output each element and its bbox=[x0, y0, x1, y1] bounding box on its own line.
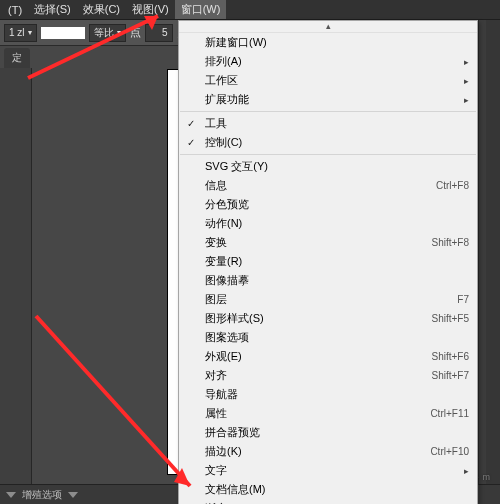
menu-item[interactable]: 渐变Ctrl+F9 bbox=[179, 499, 477, 504]
document-tab[interactable]: 定 bbox=[4, 48, 30, 68]
menu-item-label: 图案选项 bbox=[205, 330, 249, 345]
zoom-combo[interactable]: 1 zl ▾ bbox=[4, 24, 37, 42]
menu-item-shortcut: Shift+F7 bbox=[431, 370, 469, 381]
menu-item-label: 工具 bbox=[205, 116, 227, 131]
menu-item-shortcut: Shift+F5 bbox=[431, 313, 469, 324]
chevron-down-icon: ▾ bbox=[117, 28, 121, 37]
menu-view[interactable]: 视图(V) bbox=[126, 0, 175, 19]
menu-effect[interactable]: 效果(C) bbox=[77, 0, 126, 19]
scroll-up-icon[interactable]: ▴ bbox=[179, 21, 477, 33]
stroke-label-combo[interactable]: 等比 ▾ bbox=[89, 24, 126, 42]
menu-item[interactable]: 导航器 bbox=[179, 385, 477, 404]
menu-select[interactable]: 选择(S) bbox=[28, 0, 77, 19]
menu-t[interactable]: (T) bbox=[2, 2, 28, 18]
scrollbar-vertical[interactable] bbox=[486, 20, 500, 484]
dropdown-icon[interactable] bbox=[68, 492, 78, 498]
menu-item-label: 图形样式(S) bbox=[205, 311, 264, 326]
menu-item-label: 属性 bbox=[205, 406, 227, 421]
menu-item[interactable]: 外观(E)Shift+F6 bbox=[179, 347, 477, 366]
menu-item[interactable]: 动作(N) bbox=[179, 214, 477, 233]
menu-item[interactable]: 工作区 bbox=[179, 71, 477, 90]
right-panel-collapsed[interactable] bbox=[478, 20, 486, 484]
menu-item-label: 文档信息(M) bbox=[205, 482, 266, 497]
menu-window[interactable]: 窗口(W) bbox=[175, 0, 227, 19]
status-label: 增殖选项 bbox=[22, 488, 62, 502]
menu-item[interactable]: 图像描摹 bbox=[179, 271, 477, 290]
chevron-down-icon: ▾ bbox=[28, 28, 32, 37]
menu-item[interactable]: 排列(A) bbox=[179, 52, 477, 71]
menu-item[interactable]: 图形样式(S)Shift+F5 bbox=[179, 309, 477, 328]
points-label: 点 bbox=[130, 25, 141, 40]
menu-item-label: 变量(R) bbox=[205, 254, 242, 269]
points-spinner[interactable]: 5 bbox=[145, 24, 173, 42]
menu-separator bbox=[180, 154, 476, 155]
stroke-label: 等比 bbox=[94, 26, 114, 40]
menu-item-label: 工作区 bbox=[205, 73, 238, 88]
menu-item-shortcut: Ctrl+F11 bbox=[430, 408, 469, 419]
menu-item[interactable]: 信息Ctrl+F8 bbox=[179, 176, 477, 195]
menu-item[interactable]: 新建窗口(W) bbox=[179, 33, 477, 52]
menu-item[interactable]: 变换Shift+F8 bbox=[179, 233, 477, 252]
menu-item[interactable]: 文字 bbox=[179, 461, 477, 480]
menu-item-shortcut: Ctrl+F8 bbox=[436, 180, 469, 191]
menu-item-label: 新建窗口(W) bbox=[205, 35, 267, 50]
menu-item-label: 分色预览 bbox=[205, 197, 249, 212]
menu-item[interactable]: 描边(K)Ctrl+F10 bbox=[179, 442, 477, 461]
menu-item-shortcut: Ctrl+F10 bbox=[430, 446, 469, 457]
menu-item-label: 拼合器预览 bbox=[205, 425, 260, 440]
points-value: 5 bbox=[150, 27, 168, 38]
menu-item-label: 导航器 bbox=[205, 387, 238, 402]
menu-item-shortcut: Shift+F8 bbox=[431, 237, 469, 248]
menubar: (T) 选择(S) 效果(C) 视图(V) 窗口(W) bbox=[0, 0, 500, 20]
menu-item-label: 扩展功能 bbox=[205, 92, 249, 107]
window-menu: ▴ 新建窗口(W)排列(A)工作区扩展功能✓工具✓控制(C)SVG 交互(Y)信… bbox=[178, 20, 478, 504]
menu-item-label: 文字 bbox=[205, 463, 227, 478]
menu-item[interactable]: 图案选项 bbox=[179, 328, 477, 347]
check-icon: ✓ bbox=[187, 137, 195, 148]
menu-item[interactable]: 变量(R) bbox=[179, 252, 477, 271]
menu-item[interactable]: 分色预览 bbox=[179, 195, 477, 214]
menu-item-label: 控制(C) bbox=[205, 135, 242, 150]
menu-item-label: 对齐 bbox=[205, 368, 227, 383]
check-icon: ✓ bbox=[187, 118, 195, 129]
menu-item[interactable]: 扩展功能 bbox=[179, 90, 477, 109]
menu-item-label: 变换 bbox=[205, 235, 227, 250]
menu-item[interactable]: 对齐Shift+F7 bbox=[179, 366, 477, 385]
menu-separator bbox=[180, 111, 476, 112]
menu-item-label: SVG 交互(Y) bbox=[205, 159, 268, 174]
menu-item[interactable]: ✓工具 bbox=[179, 114, 477, 133]
menu-item-shortcut: F7 bbox=[457, 294, 469, 305]
menu-item-label: 排列(A) bbox=[205, 54, 242, 69]
menu-item-label: 描边(K) bbox=[205, 444, 242, 459]
zoom-value: 1 zl bbox=[9, 27, 25, 38]
menu-item-shortcut: Shift+F6 bbox=[431, 351, 469, 362]
menu-item[interactable]: 文档信息(M) bbox=[179, 480, 477, 499]
expand-icon[interactable] bbox=[6, 492, 16, 498]
menu-item-label: 动作(N) bbox=[205, 216, 242, 231]
menu-item[interactable]: 拼合器预览 bbox=[179, 423, 477, 442]
menu-item-label: 信息 bbox=[205, 178, 227, 193]
menu-item-label: 图像描摹 bbox=[205, 273, 249, 288]
menu-item[interactable]: ✓控制(C) bbox=[179, 133, 477, 152]
menu-item[interactable]: SVG 交互(Y) bbox=[179, 157, 477, 176]
menu-item[interactable]: 图层F7 bbox=[179, 290, 477, 309]
tool-panel[interactable] bbox=[0, 68, 32, 504]
menu-item-label: 图层 bbox=[205, 292, 227, 307]
stroke-preview[interactable] bbox=[41, 27, 85, 39]
menu-item-label: 外观(E) bbox=[205, 349, 242, 364]
menu-item[interactable]: 属性Ctrl+F11 bbox=[179, 404, 477, 423]
